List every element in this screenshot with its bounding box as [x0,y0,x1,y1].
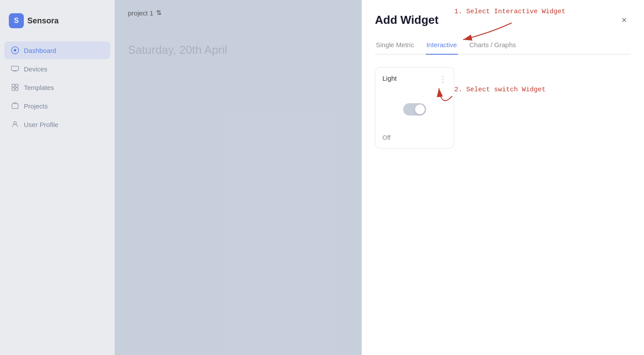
widgets-grid: Light ⋮ Off [375,67,631,149]
user-icon [11,120,19,129]
projects-icon [11,101,19,110]
svg-rect-5 [15,84,18,87]
project-chevron-icon: ⇅ [156,9,162,17]
sidebar-item-user-profile-label: User Profile [24,121,58,128]
toggle-container [382,84,447,134]
svg-rect-2 [11,66,19,71]
app-background: S Sensora Dashboard [0,0,362,355]
app-name: Sensora [27,16,59,26]
toggle-switch[interactable] [403,103,426,116]
date-heading: Saturday, 20th April [128,43,348,57]
panel-title: Add Widget [375,13,438,27]
svg-point-1 [14,49,16,52]
sidebar: S Sensora Dashboard [0,0,115,355]
sidebar-item-dashboard-label: Dashboard [24,47,56,54]
tab-interactive[interactable]: Interactive [426,37,458,55]
main-content: project 1 ⇅ Saturday, 20th April [115,0,362,355]
tab-single-metric[interactable]: Single Metric [375,37,415,55]
svg-rect-7 [15,88,18,90]
svg-point-9 [14,122,16,124]
close-button[interactable]: × [618,14,631,27]
widget-card-light[interactable]: Light ⋮ Off [375,67,454,149]
widget-panel: Add Widget × Single Metric Interactive C… [362,0,644,355]
sidebar-logo: S Sensora [0,9,115,41]
sidebar-item-devices[interactable]: Devices [4,60,110,78]
dashboard-icon [11,46,19,55]
app-logo-icon: S [9,13,24,28]
svg-rect-8 [12,104,18,108]
templates-icon [11,83,19,92]
svg-rect-6 [12,88,15,90]
project-name: project 1 [128,9,154,17]
sidebar-item-devices-label: Devices [24,65,47,73]
widget-card-name: Light [382,75,397,82]
widget-card-header: Light ⋮ [382,75,447,84]
widget-menu-icon[interactable]: ⋮ [439,75,447,84]
sidebar-nav: Dashboard Devices [0,41,115,133]
widget-status: Off [382,134,447,141]
svg-rect-3 [13,71,17,71]
sidebar-item-user-profile[interactable]: User Profile [4,116,110,133]
project-selector[interactable]: project 1 ⇅ [128,9,348,17]
sidebar-item-dashboard[interactable]: Dashboard [4,41,110,59]
tab-bar: Single Metric Interactive Charts / Graph… [375,37,631,55]
sidebar-item-projects[interactable]: Projects [4,97,110,115]
sidebar-item-templates-label: Templates [24,84,54,91]
devices-icon [11,64,19,73]
sidebar-item-projects-label: Projects [24,102,48,110]
sidebar-item-templates[interactable]: Templates [4,78,110,96]
svg-rect-4 [12,84,15,87]
toggle-knob [415,105,425,114]
panel-header: Add Widget × [375,13,631,27]
tab-charts-graphs[interactable]: Charts / Graphs [468,37,517,55]
